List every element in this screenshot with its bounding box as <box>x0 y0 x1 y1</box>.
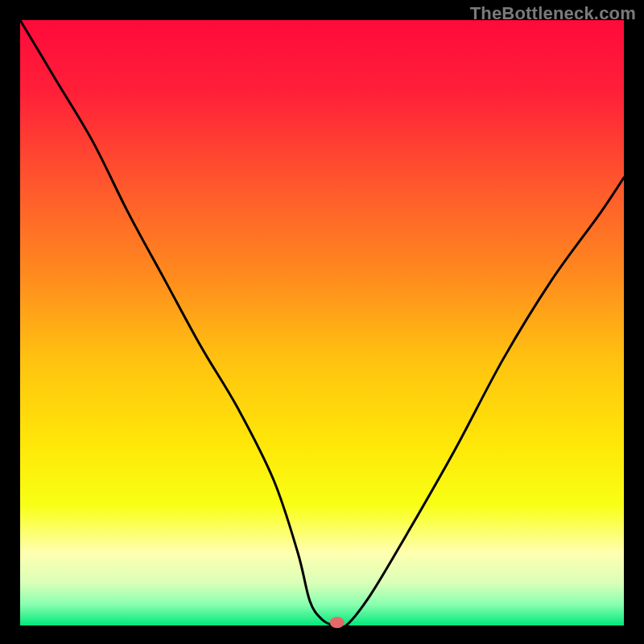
bottleneck-chart <box>0 0 644 644</box>
optimum-marker <box>330 617 345 628</box>
watermark-text: TheBottleneck.com <box>470 3 636 24</box>
plot-background <box>20 20 624 625</box>
chart-container: TheBottleneck.com <box>0 0 644 644</box>
